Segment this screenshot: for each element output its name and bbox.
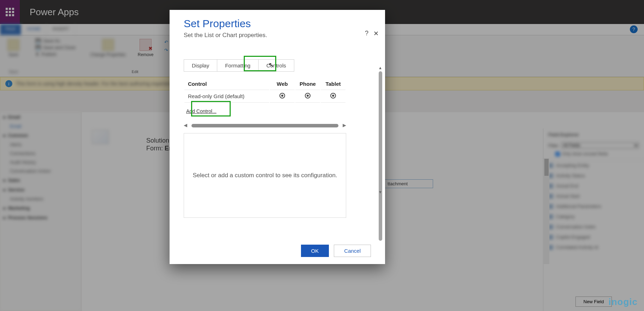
ok-button[interactable]: OK bbox=[301, 245, 329, 257]
col-web: Web bbox=[270, 79, 295, 89]
add-control-link[interactable]: Add Control... bbox=[182, 106, 221, 116]
radio-phone[interactable] bbox=[305, 93, 311, 98]
config-hint-text: Select or add a custom control to see it… bbox=[193, 172, 337, 179]
dialog-help-icon[interactable]: ? bbox=[365, 30, 368, 37]
col-control: Control bbox=[184, 79, 269, 89]
watermark-text: inogic bbox=[608, 297, 638, 307]
scroll-right-icon[interactable]: ▶ bbox=[343, 122, 346, 128]
col-tablet: Tablet bbox=[321, 79, 345, 89]
scroll-thumb[interactable] bbox=[191, 124, 338, 127]
scroll-down-icon[interactable]: ▼ bbox=[378, 190, 382, 194]
controls-table: Control Web Phone Tablet Read-only Grid … bbox=[184, 78, 346, 103]
control-name: Read-only Grid (default) bbox=[184, 90, 269, 103]
dialog-close-icon[interactable]: ✕ bbox=[373, 30, 379, 37]
control-config-area: Select or add a custom control to see it… bbox=[184, 133, 346, 218]
tab-display[interactable]: Display bbox=[184, 60, 217, 71]
dialog-body: Display Formatting Controls ↖ Control We… bbox=[170, 42, 385, 240]
col-phone: Phone bbox=[295, 79, 320, 89]
control-row[interactable]: Read-only Grid (default) bbox=[184, 90, 345, 103]
controls-hscroll[interactable]: ◀ ▶ bbox=[184, 122, 346, 128]
dialog-footer: OK Cancel bbox=[170, 240, 385, 264]
dialog-vscroll[interactable]: ▲ ▼ bbox=[378, 66, 383, 193]
scroll-left-icon[interactable]: ◀ bbox=[184, 122, 187, 128]
dialog-title: Set Properties bbox=[184, 18, 371, 30]
tab-formatting[interactable]: Formatting bbox=[217, 60, 259, 71]
cancel-button[interactable]: Cancel bbox=[334, 245, 371, 257]
set-properties-dialog: Set Properties Set the List or Chart pro… bbox=[170, 10, 385, 264]
dialog-subtitle: Set the List or Chart properties. bbox=[184, 32, 371, 39]
tab-controls[interactable]: Controls bbox=[259, 60, 294, 71]
dialog-scroll-thumb[interactable] bbox=[379, 71, 382, 241]
dialog-tabs: Display Formatting Controls bbox=[184, 59, 294, 72]
radio-web[interactable] bbox=[279, 93, 285, 98]
scroll-up-icon[interactable]: ▲ bbox=[378, 66, 382, 70]
radio-tablet[interactable] bbox=[330, 93, 336, 98]
